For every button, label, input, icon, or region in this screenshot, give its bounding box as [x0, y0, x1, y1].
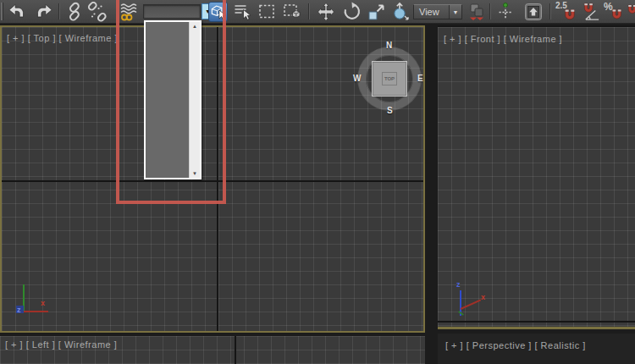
- grid-origin-line-horizontal: [2, 180, 423, 182]
- viewport-perspective[interactable]: [ + ] [ Perspective ] [ Realistic ]: [438, 334, 635, 364]
- x-axis-label: x: [41, 300, 45, 307]
- bind-spacewarp-icon: [119, 2, 140, 22]
- z-axis-label: z: [17, 306, 21, 314]
- angle-snap-toggle-button[interactable]: [581, 2, 601, 22]
- redo-button[interactable]: [33, 2, 55, 22]
- dropdown-list-items[interactable]: [146, 22, 189, 178]
- x-axis-line: [23, 311, 48, 312]
- select-and-move-button[interactable]: [315, 2, 336, 22]
- use-center-icon: [467, 2, 486, 22]
- link-icon: [64, 2, 85, 22]
- viewport-front[interactable]: [ + ] [ Front ] [ Wireframe ] x z: [438, 25, 635, 329]
- compass-south[interactable]: S: [387, 106, 393, 115]
- viewport-perspective-label[interactable]: [ + ] [ Perspective ] [ Realistic ]: [445, 340, 586, 350]
- ref-coord-value: View: [414, 7, 449, 17]
- redo-icon: [34, 3, 54, 21]
- grid-origin-line-vertical: [235, 336, 236, 364]
- toolbar-separator: [308, 3, 310, 19]
- select-and-manipulate-button[interactable]: [495, 2, 516, 22]
- viewcube-top-face[interactable]: TOP: [372, 61, 407, 97]
- manipulate-icon: [495, 2, 516, 22]
- spinner-snap-toggle-button[interactable]: [626, 2, 635, 22]
- select-by-name-icon: [232, 2, 252, 22]
- compass-north[interactable]: N: [386, 41, 392, 50]
- main-window: ▼: [0, 0, 635, 364]
- unlink-selection-button[interactable]: [86, 2, 108, 22]
- viewcube-compass[interactable]: N E S W TOP: [353, 42, 425, 115]
- select-and-rotate-button[interactable]: [340, 2, 362, 22]
- keyboard-override-toggle-button[interactable]: [522, 2, 544, 22]
- toolbar-separator: [489, 3, 491, 19]
- percent-snap-toggle-button[interactable]: %: [604, 2, 623, 22]
- keyboard-override-icon: [523, 2, 544, 22]
- select-place-icon: [390, 2, 411, 22]
- rectangular-selection-region-button[interactable]: [257, 2, 277, 22]
- main-toolbar: ▼: [0, 0, 635, 24]
- x-axis-line: [461, 300, 482, 310]
- percent-snap-icon: [610, 8, 623, 20]
- bind-to-spacewarp-button[interactable]: [118, 2, 141, 22]
- select-and-scale-button[interactable]: [366, 2, 387, 22]
- selection-filter-dropdown-list[interactable]: ▲ ▼: [144, 20, 202, 179]
- compass-west[interactable]: W: [353, 74, 361, 83]
- toolbar-drag-handle[interactable]: [1, 3, 3, 20]
- unlink-icon: [87, 2, 108, 22]
- x-axis-label: x: [481, 294, 485, 301]
- spinner-snap-icon: [627, 3, 635, 21]
- dropdown-scrollbar[interactable]: ▲ ▼: [189, 22, 200, 178]
- undo-icon: [7, 3, 27, 21]
- toolbar-separator: [549, 3, 551, 19]
- ref-coord-system-combo[interactable]: View ▼: [413, 4, 462, 19]
- viewport-left-label[interactable]: [ + ] [ Left ] [ Wireframe ]: [5, 339, 117, 350]
- axis-tripod: x z: [15, 283, 58, 320]
- window-crossing-icon: [282, 2, 303, 22]
- scroll-down-icon[interactable]: ▼: [192, 171, 197, 176]
- toolbar-separator: [58, 3, 60, 19]
- viewcube-face-label: TOP: [382, 72, 397, 85]
- viewport-top-label[interactable]: [ + ] [ Top ] [ Wireframe ]: [7, 33, 118, 43]
- grid-origin-line-vertical: [217, 27, 218, 331]
- snaps-toggle-button[interactable]: 2.5: [555, 2, 577, 22]
- select-object-icon: [209, 3, 227, 21]
- chevron-down-icon: ▼: [449, 5, 461, 19]
- select-by-name-button[interactable]: [232, 2, 252, 22]
- rotate-icon: [341, 2, 362, 22]
- undo-button[interactable]: [6, 2, 28, 22]
- viewport-left[interactable]: [ + ] [ Left ] [ Wireframe ]: [0, 336, 425, 364]
- select-and-place-button[interactable]: [390, 2, 411, 22]
- snap-toggle-icon: [563, 8, 577, 21]
- scroll-up-icon[interactable]: ▲: [192, 24, 197, 29]
- axis-tripod: x z: [453, 284, 491, 323]
- viewport-top[interactable]: [ + ] [ Top ] [ Wireframe ] N E S W TOP …: [0, 25, 425, 333]
- move-icon: [316, 2, 336, 22]
- scale-icon: [367, 2, 387, 22]
- window-crossing-button[interactable]: [281, 2, 303, 22]
- compass-east[interactable]: E: [417, 74, 423, 83]
- viewport-front-label[interactable]: [ + ] [ Front ] [ Wireframe ]: [444, 34, 562, 44]
- rect-region-icon: [257, 2, 277, 22]
- use-pivot-point-center-button[interactable]: [467, 2, 486, 22]
- select-and-link-button[interactable]: [64, 2, 85, 22]
- z-axis-label: z: [456, 281, 461, 289]
- angle-snap-icon: [582, 3, 601, 21]
- selection-filter-combo[interactable]: [143, 4, 201, 19]
- select-object-button[interactable]: [208, 2, 228, 22]
